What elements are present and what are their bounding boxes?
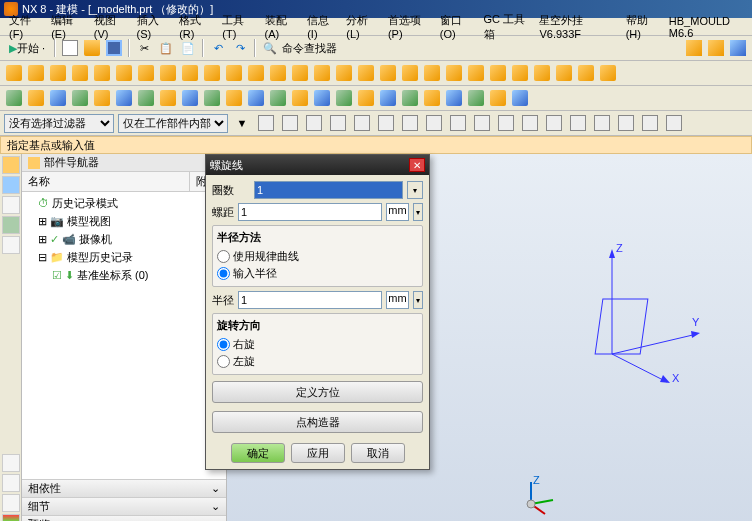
menu-hbmould[interactable]: HB_MOULD M6.6 [664,14,748,40]
rb-constraint-icon[interactable] [2,196,20,214]
new-icon[interactable] [60,38,80,58]
tool-icon-0[interactable] [4,88,24,108]
menu-file[interactable]: 文件(F) [4,12,44,41]
tool-icon-23[interactable] [510,88,530,108]
acc-dependency[interactable]: 相依性⌄ [22,480,226,498]
menu-format[interactable]: 格式(R) [174,12,215,41]
tool-icon-8[interactable] [180,88,200,108]
spin-icon[interactable]: ▾ [407,181,423,199]
turns-input[interactable] [254,181,403,199]
feature-icon-13[interactable] [290,63,310,83]
snap-icon-8[interactable] [448,113,468,133]
radio-right-hand[interactable]: 右旋 [217,336,418,353]
rb-nav-icon[interactable] [2,156,20,174]
rb-roles-icon[interactable] [2,454,20,472]
feature-icon-22[interactable] [488,63,508,83]
feature-icon-6[interactable] [136,63,156,83]
tool-icon-7[interactable] [158,88,178,108]
pitch-input[interactable] [238,203,382,221]
snap-icon-9[interactable] [472,113,492,133]
menu-insert[interactable]: 插入(S) [132,12,173,41]
feature-icon-24[interactable] [532,63,552,83]
tool-icon-18[interactable] [400,88,420,108]
close-icon[interactable]: ✕ [409,158,425,172]
menu-gc[interactable]: GC 工具箱 [479,11,533,43]
feature-icon-9[interactable] [202,63,222,83]
snap-icon-6[interactable] [400,113,420,133]
feature-icon-7[interactable] [158,63,178,83]
feature-icon-3[interactable] [70,63,90,83]
menu-help[interactable]: 帮助(H) [621,12,662,41]
tool-icon-11[interactable] [246,88,266,108]
cube2-icon[interactable] [706,38,726,58]
feature-icon-20[interactable] [444,63,464,83]
feature-icon-0[interactable] [4,63,24,83]
feature-icon-5[interactable] [114,63,134,83]
radio-input-radius[interactable]: 输入半径 [217,265,418,282]
spin-icon[interactable]: ▾ [413,203,423,221]
tree-datum-csys[interactable]: ☑⬇基准坐标系 (0) [24,266,224,284]
feature-icon-19[interactable] [422,63,442,83]
tool-icon-12[interactable] [268,88,288,108]
rb-assy-icon[interactable] [2,176,20,194]
tree-cameras[interactable]: ⊞✓📹摄像机 [24,230,224,248]
cube3-icon[interactable] [728,38,748,58]
undo-icon[interactable]: ↶ [208,38,228,58]
rb-color-icon[interactable] [2,514,20,521]
feature-icon-26[interactable] [576,63,596,83]
acc-preview[interactable]: 预览⌄ [22,516,226,521]
cube-icon[interactable] [684,38,704,58]
snap-icon-3[interactable] [328,113,348,133]
tool-icon-19[interactable] [422,88,442,108]
radio-law-curve[interactable]: 使用规律曲线 [217,248,418,265]
spin-icon[interactable]: ▾ [413,291,423,309]
tool-icon-3[interactable] [70,88,90,108]
radius-input[interactable] [238,291,382,309]
rb-reuse-icon[interactable] [2,216,20,234]
tool-icon-2[interactable] [48,88,68,108]
tree-model-views[interactable]: ⊞📷模型视图 [24,212,224,230]
col-name[interactable]: 名称 [22,172,190,191]
filter-btn-1[interactable]: ▼ [232,113,252,133]
snap-icon-5[interactable] [376,113,396,133]
menu-info[interactable]: 信息(I) [302,12,339,41]
feature-icon-25[interactable] [554,63,574,83]
menu-analysis[interactable]: 分析(L) [341,12,381,41]
redo-icon[interactable]: ↷ [230,38,250,58]
feature-icon-21[interactable] [466,63,486,83]
tool-icon-22[interactable] [488,88,508,108]
snap-icon-7[interactable] [424,113,444,133]
feature-icon-18[interactable] [400,63,420,83]
feature-icon-16[interactable] [356,63,376,83]
feature-icon-2[interactable] [48,63,68,83]
tool-icon-21[interactable] [466,88,486,108]
feature-icon-27[interactable] [598,63,618,83]
menu-edit[interactable]: 编辑(E) [46,12,87,41]
feature-icon-10[interactable] [224,63,244,83]
ok-button[interactable]: 确定 [231,443,285,463]
tool-icon-16[interactable] [356,88,376,108]
tool-icon-15[interactable] [334,88,354,108]
tool-icon-9[interactable] [202,88,222,108]
snap-icon-16[interactable] [640,113,660,133]
snap-icon-4[interactable] [352,113,372,133]
apply-button[interactable]: 应用 [291,443,345,463]
rb-web-icon[interactable] [2,474,20,492]
rb-hist-icon[interactable] [2,236,20,254]
cut-icon[interactable]: ✂ [134,38,154,58]
rb-sys-icon[interactable] [2,494,20,512]
tool-icon-6[interactable] [136,88,156,108]
tool-icon-14[interactable] [312,88,332,108]
snap-icon-14[interactable] [592,113,612,133]
tree-history-mode[interactable]: ⏱历史记录模式 [24,194,224,212]
snap-icon-10[interactable] [496,113,516,133]
feature-icon-23[interactable] [510,63,530,83]
feature-icon-8[interactable] [180,63,200,83]
snap-icon-15[interactable] [616,113,636,133]
cancel-button[interactable]: 取消 [351,443,405,463]
paste-icon[interactable]: 📄 [178,38,198,58]
tool-icon-1[interactable] [26,88,46,108]
point-constructor-button[interactable]: 点构造器 [212,411,423,433]
save-icon[interactable] [104,38,124,58]
menu-view[interactable]: 视图(V) [89,12,130,41]
